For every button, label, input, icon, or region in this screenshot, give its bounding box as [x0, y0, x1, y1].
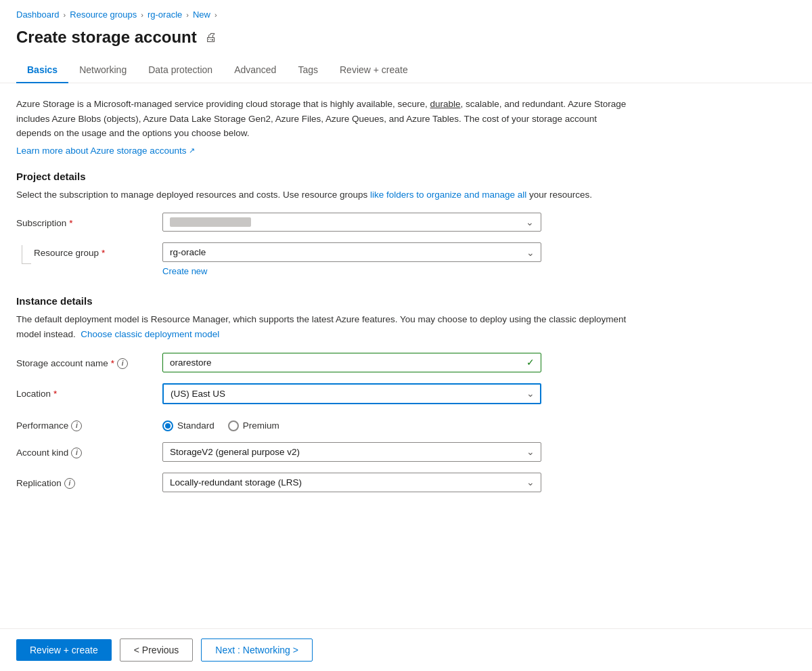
subscription-required: *	[69, 218, 72, 228]
account-kind-select[interactable]: StorageV2 (general purpose v2)	[162, 442, 541, 462]
storage-name-label: Storage account name * i	[16, 353, 152, 369]
account-kind-control: StorageV2 (general purpose v2)	[162, 442, 541, 462]
breadcrumb-rg-oracle[interactable]: rg-oracle	[148, 9, 182, 20]
resource-group-select[interactable]: rg-oracle	[162, 242, 541, 262]
breadcrumb-dashboard[interactable]: Dashboard	[16, 9, 60, 20]
performance-label: Performance i	[16, 415, 152, 431]
location-row: Location * (US) East US	[16, 383, 633, 404]
subscription-chevron-icon: ⌄	[526, 217, 534, 228]
performance-premium-radio[interactable]	[228, 420, 239, 431]
replication-info-icon[interactable]: i	[64, 478, 75, 489]
performance-standard-radio[interactable]	[162, 420, 173, 431]
external-link-icon: ↗	[189, 146, 195, 155]
replication-select[interactable]: Locally-redundant storage (LRS)	[162, 473, 541, 492]
location-required: *	[53, 389, 57, 399]
instance-details-desc: The default deployment model is Resource…	[16, 312, 633, 341]
replication-row: Replication i Locally-redundant storage …	[16, 473, 633, 492]
tab-networking[interactable]: Networking	[68, 58, 137, 83]
storage-name-row: Storage account name * i ✓	[16, 353, 633, 372]
resource-group-control: rg-oracle Create new	[162, 242, 541, 276]
project-details-title: Project details	[16, 171, 633, 182]
performance-standard-option[interactable]: Standard	[162, 420, 215, 431]
subscription-placeholder	[170, 217, 251, 227]
performance-row: Performance i Standard Premium	[16, 415, 633, 431]
project-details-desc: Select the subscription to manage deploy…	[16, 188, 633, 202]
performance-radio-group: Standard Premium	[162, 415, 541, 431]
tab-data-protection[interactable]: Data protection	[137, 58, 223, 83]
subscription-dropdown[interactable]: ⌄	[162, 213, 541, 232]
learn-more-link[interactable]: Learn more about Azure storage accounts …	[16, 146, 195, 156]
page-title: Create storage account	[16, 28, 197, 47]
tab-review-create[interactable]: Review + create	[329, 58, 419, 83]
resource-group-select-wrapper: rg-oracle	[162, 242, 541, 262]
performance-premium-option[interactable]: Premium	[228, 420, 279, 431]
location-label: Location *	[16, 383, 152, 399]
replication-select-wrapper: Locally-redundant storage (LRS)	[162, 473, 541, 492]
performance-standard-label: Standard	[177, 420, 215, 431]
tab-advanced[interactable]: Advanced	[223, 58, 287, 83]
create-new-link[interactable]: Create new	[162, 266, 207, 276]
performance-control: Standard Premium	[162, 415, 541, 431]
replication-control: Locally-redundant storage (LRS)	[162, 473, 541, 492]
performance-premium-label: Premium	[243, 420, 279, 431]
breadcrumb: Dashboard › Resource groups › rg-oracle …	[0, 0, 812, 25]
replication-label: Replication i	[16, 473, 152, 489]
resource-groups-link[interactable]: like folders to organize and manage all	[370, 190, 526, 200]
classic-deployment-link[interactable]: Choose classic deployment model	[81, 329, 219, 339]
account-kind-label: Account kind i	[16, 442, 152, 458]
print-icon[interactable]: 🖨	[205, 30, 217, 45]
resource-group-required: *	[102, 248, 105, 258]
storage-name-info-icon[interactable]: i	[117, 358, 128, 369]
resource-group-label: Resource group *	[31, 242, 105, 258]
instance-details-title: Instance details	[16, 295, 633, 307]
storage-name-input[interactable]	[162, 353, 541, 372]
location-select-wrapper: (US) East US	[162, 383, 541, 404]
account-kind-select-wrapper: StorageV2 (general purpose v2)	[162, 442, 541, 462]
intro-text: Azure Storage is a Microsoft-managed ser…	[16, 97, 633, 141]
breadcrumb-new[interactable]: New	[193, 9, 210, 20]
storage-name-input-wrapper: ✓	[162, 353, 541, 372]
tab-tags[interactable]: Tags	[287, 58, 329, 83]
storage-name-required: *	[111, 358, 114, 368]
subscription-control: ⌄	[162, 213, 541, 232]
subscription-row: Subscription * ⌄	[16, 213, 633, 232]
performance-info-icon[interactable]: i	[71, 420, 82, 431]
subscription-label: Subscription *	[16, 213, 152, 228]
account-kind-row: Account kind i StorageV2 (general purpos…	[16, 442, 633, 462]
main-content: Azure Storage is a Microsoft-managed ser…	[0, 83, 650, 517]
location-control: (US) East US	[162, 383, 541, 404]
tab-basics[interactable]: Basics	[16, 58, 68, 83]
storage-name-check-icon: ✓	[526, 357, 535, 368]
storage-name-control: ✓	[162, 353, 541, 372]
location-select[interactable]: (US) East US	[162, 383, 541, 404]
breadcrumb-resource-groups[interactable]: Resource groups	[70, 9, 137, 20]
tabs-nav: Basics Networking Data protection Advanc…	[0, 58, 812, 83]
account-kind-info-icon[interactable]: i	[71, 448, 82, 458]
page-header: Create storage account 🖨	[0, 25, 812, 58]
